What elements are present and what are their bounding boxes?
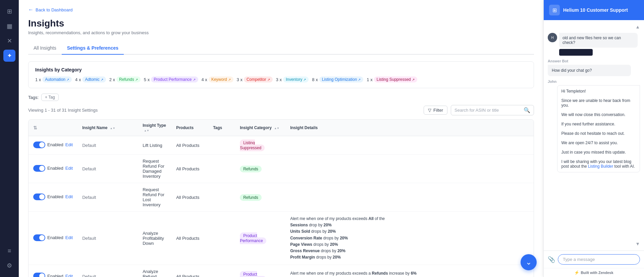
toggle-switch-1[interactable] (33, 142, 45, 148)
filter-row: Viewing 1 - 31 of 31 Insight Settings ▽ … (28, 105, 534, 115)
table-row: Enabled Edit Default Request Refund For … (29, 183, 534, 212)
insight-type-4: Analyze Profitability Down (138, 212, 171, 265)
table-row: Enabled Edit Default Request Refund For … (29, 155, 534, 183)
toggle-switch-3[interactable] (33, 193, 45, 200)
tags-label: Tags: (28, 95, 39, 100)
filter-icon: ▽ (428, 108, 431, 113)
edit-button-4[interactable]: Edit (65, 235, 73, 240)
products-4: All Products (171, 212, 208, 265)
chat-message-bot: How did your chat go? (548, 65, 631, 76)
sidebar-icon-grid[interactable]: ⊞ (3, 5, 15, 17)
fab-chevron-icon: ⌄ (526, 258, 532, 267)
chat-header-title: Helium 10 Customer Support (563, 7, 628, 13)
filter-button[interactable]: ▽ Filter (424, 106, 447, 115)
viewing-text: Viewing 1 - 31 of 31 Insight Settings (28, 108, 420, 113)
chat-scroll-up-button[interactable]: ▲ (635, 24, 640, 30)
tab-all-insights[interactable]: All Insights (28, 42, 62, 55)
chat-message-input[interactable] (558, 254, 640, 265)
edit-button-3[interactable]: Edit (65, 194, 73, 199)
chat-header-icon: ⊞ (549, 5, 560, 15)
sidebar: ⊞ ▦ ✕ ✦ ≡ ⚙ (0, 0, 19, 277)
th-insight-name[interactable]: Insight Name ▲▼ (77, 120, 138, 136)
th-enable: ⇅ (29, 120, 77, 136)
sidebar-icon-chart[interactable]: ▦ (3, 20, 15, 32)
sidebar-icon-tools[interactable]: ✕ (3, 35, 15, 47)
sidebar-icon-star[interactable]: ✦ (3, 50, 15, 62)
cat-badge-adtomic[interactable]: Adtomic ↗ (82, 76, 106, 82)
details-1 (285, 136, 534, 155)
cat-badge-listing-suppressed[interactable]: Listing Suppressed ↗ (374, 76, 417, 82)
cat-item-competitor: 3 x Competitor ↗ (237, 76, 273, 82)
insight-type-3: Request Refund For Lost Inventory (138, 183, 171, 212)
toggle-row-5: Enabled Edit (33, 273, 73, 277)
category-tags-list: 1 x Automation ↗ 4 x Adtomic ↗ 2 x Refun… (35, 76, 527, 82)
search-box: 🔍 (451, 105, 534, 115)
cat-item-listing-optimization: 8 x Listing Optimization ↗ (312, 76, 363, 82)
chat-panel: ⊞ Helium 10 Customer Support ▲ H old and… (543, 0, 644, 277)
cat-badge-keyword[interactable]: Keyword ↗ (209, 76, 233, 82)
sidebar-icon-settings[interactable]: ⚙ (3, 260, 15, 272)
cat-badge-competitor[interactable]: Competitor ↗ (244, 76, 273, 82)
cat-item-listing-suppressed: 1 x Listing Suppressed ↗ (367, 76, 417, 82)
tags-3 (208, 183, 235, 212)
edit-button-5[interactable]: Edit (65, 274, 73, 277)
category-5: Product Performance (235, 265, 285, 277)
sidebar-icon-list[interactable]: ≡ (3, 245, 15, 257)
tags-2 (208, 155, 235, 183)
category-4: Product Performance (235, 212, 285, 265)
tags-1 (208, 136, 235, 155)
cat-badge-product-performance[interactable]: Product Performance ↗ (151, 76, 198, 82)
th-tags: Tags (208, 120, 235, 136)
add-tag-button[interactable]: + Tag (41, 94, 58, 101)
products-2: All Products (171, 155, 208, 183)
insight-type-2: Request Refund For Damaged Inventory (138, 155, 171, 183)
insight-name-1: Default (77, 136, 138, 155)
toggle-switch-5[interactable] (33, 273, 45, 277)
details-2 (285, 155, 534, 183)
cat-item-product-performance: 5 x Product Performance ↗ (144, 76, 198, 82)
category-badge-1: Listing Suppressed (240, 140, 265, 151)
products-1: All Products (171, 136, 208, 155)
chat-messages: ▲ H old and new files here so we can che… (544, 20, 644, 251)
insight-name-3: Default (77, 183, 138, 212)
cat-badge-automation[interactable]: Automation ↗ (42, 76, 72, 82)
cat-badge-inventory[interactable]: Inventory ↗ (283, 76, 309, 82)
category-badge-5: Product Performance (240, 271, 266, 277)
category-badge-4: Product Performance (240, 232, 266, 244)
back-to-dashboard-link[interactable]: ← Back to Dashboard (28, 7, 534, 13)
tab-settings-preferences[interactable]: Settings & Preferences (62, 42, 124, 55)
chat-scroll-down-button[interactable]: ▼ (635, 241, 640, 246)
attach-icon[interactable]: 📎 (548, 256, 555, 263)
th-insight-type[interactable]: Insight Type ▲▼ (138, 120, 171, 136)
insight-type-1: Lift Listing (138, 136, 171, 155)
sort-arrows-category: ▲▼ (274, 127, 279, 130)
cat-item-refunds: 2 x Refunds ↗ (109, 76, 141, 82)
insight-name-4: Default (77, 212, 138, 265)
cat-badge-refunds[interactable]: Refunds ↗ (116, 76, 141, 82)
th-products: Products (171, 120, 208, 136)
toggle-switch-4[interactable] (33, 234, 45, 241)
details-3 (285, 183, 534, 212)
sort-arrows-insight-type: ▲▼ (144, 129, 149, 132)
search-input[interactable] (454, 108, 522, 113)
category-2: Refunds (235, 155, 285, 183)
th-insight-category[interactable]: Insight Category ▲▼ (235, 120, 285, 136)
chat-fab-button[interactable]: ⌄ (521, 254, 537, 270)
toggle-switch-2[interactable] (33, 165, 45, 172)
insight-name-2: Default (77, 155, 138, 183)
search-icon: 🔍 (524, 107, 530, 113)
sort-icon: ⇅ (33, 125, 37, 130)
table-row: Enabled Edit Default Lift Listing All Pr… (29, 136, 534, 155)
cat-badge-listing-optimization[interactable]: Listing Optimization ↗ (319, 76, 364, 82)
tags-4 (208, 212, 235, 265)
edit-button-1[interactable]: Edit (65, 142, 73, 147)
answer-bot-label: Answer Bot (548, 59, 640, 63)
insights-table: ⇅ Insight Name ▲▼ Insight Type ▲▼ Produc… (28, 119, 534, 277)
chat-input-row: 📎 (544, 251, 644, 268)
edit-button-2[interactable]: Edit (65, 166, 73, 171)
page-title: Insights (28, 18, 534, 29)
chat-message-system-image (559, 49, 593, 56)
zendesk-icon: ⚡ (574, 270, 579, 275)
toggle-row-3: Enabled Edit (33, 193, 73, 200)
chat-footer: ⚡ Built with Zendesk (544, 268, 644, 277)
